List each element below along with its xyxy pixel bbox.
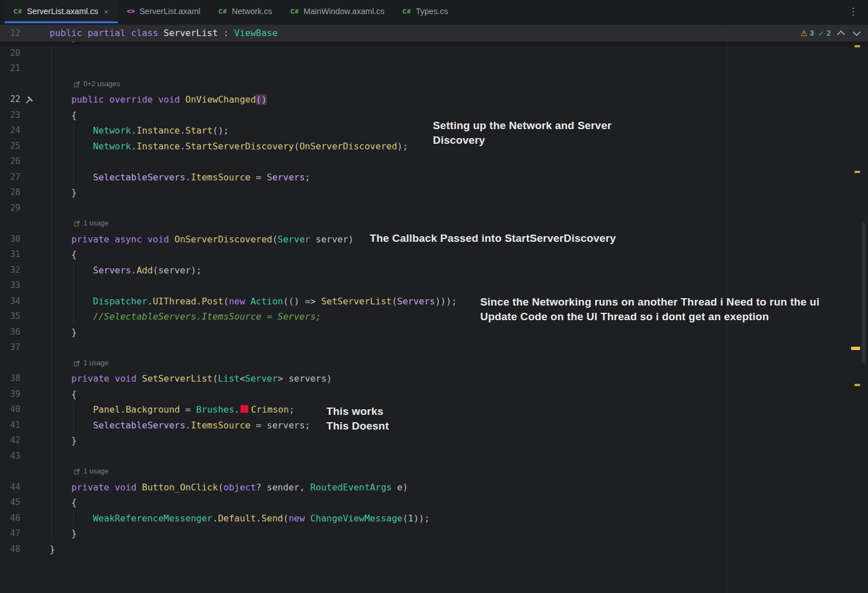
code-line[interactable]: 39 {	[0, 387, 868, 402]
warning-stripe-mark[interactable]	[854, 45, 860, 47]
line-number[interactable]: 32	[0, 263, 20, 278]
code-line[interactable]: 43	[0, 449, 868, 464]
tab-serverlist-axaml-cs[interactable]: C#ServerList.axaml.cs×	[5, 0, 118, 23]
tab-serverlist-axaml[interactable]: <>ServerList.axaml	[118, 0, 209, 23]
code-token: class	[131, 28, 164, 38]
code-token: Panel	[93, 404, 120, 415]
color-swatch-crimson[interactable]	[240, 405, 249, 413]
line-number[interactable]: 34	[0, 294, 20, 309]
code-line[interactable]: 27 SelectableServers.ItemsSource = Serve…	[0, 170, 868, 185]
line-number[interactable]: 35	[0, 309, 20, 325]
line-number[interactable]: 28	[0, 185, 20, 201]
code-line[interactable]: 46 WeakReferenceMessenger.Default.Send(n…	[0, 511, 868, 526]
code-token	[50, 513, 93, 524]
quick-fix-hammer-icon[interactable]	[25, 95, 34, 104]
code-text: {	[50, 495, 77, 511]
warning-stripe-mark[interactable]	[854, 384, 860, 386]
tab-types-cs[interactable]: C#Types.cs	[393, 0, 457, 23]
code-line[interactable]: 45 {	[0, 495, 868, 511]
code-token: new	[289, 513, 311, 524]
line-number[interactable]: 38	[0, 371, 20, 387]
warning-icon: ⚠	[800, 29, 808, 37]
code-line[interactable]: 22 public override void OnViewChanged()	[0, 92, 868, 108]
usages-inlay-hint[interactable]: 1 usage	[74, 218, 108, 229]
csharp-file-icon: C#	[402, 8, 411, 15]
warning-stripe-mark[interactable]	[854, 171, 860, 173]
code-line[interactable]: 48}	[0, 542, 868, 557]
line-number[interactable]: 47	[0, 526, 20, 542]
editor-tabs: C#ServerList.axaml.cs×<>ServerList.axaml…	[0, 0, 457, 23]
tab-mainwindow-axaml-cs[interactable]: C#MainWindow.axaml.cs	[281, 0, 393, 23]
line-number[interactable]: 39	[0, 387, 20, 402]
code-line[interactable]: 31 {	[0, 247, 868, 263]
line-number[interactable]: 30	[0, 232, 20, 247]
line-number[interactable]: 42	[0, 433, 20, 449]
code-token: new	[229, 296, 251, 307]
code-editor[interactable]: 19 }20210+2 usages22 public override voi…	[0, 23, 868, 593]
code-token: Start	[185, 125, 212, 136]
code-line[interactable]: 26	[0, 154, 868, 170]
code-token: >	[278, 373, 289, 384]
next-problem-button[interactable]	[851, 27, 862, 39]
line-number[interactable]: 43	[0, 449, 20, 464]
code-token: List	[218, 373, 240, 384]
code-token: )	[326, 373, 332, 384]
code-token: .	[120, 404, 126, 415]
code-text: {	[50, 247, 77, 263]
line-number[interactable]: 45	[0, 495, 20, 511]
line-number[interactable]: 27	[0, 170, 20, 185]
warning-stripe-mark[interactable]	[851, 347, 860, 350]
line-number[interactable]: 25	[0, 139, 20, 154]
line-number[interactable]: 44	[0, 480, 20, 495]
inspection-passed[interactable]: ✓ 2	[818, 25, 831, 42]
code-line[interactable]: 42 }	[0, 433, 868, 449]
code-line[interactable]: 33	[0, 278, 868, 294]
line-number[interactable]: 40	[0, 402, 20, 418]
line-number[interactable]: 26	[0, 154, 20, 170]
line-number[interactable]: 41	[0, 418, 20, 433]
code-line[interactable]: 32 Servers.Add(server);	[0, 263, 868, 278]
tab-network-cs[interactable]: C#Network.cs	[209, 0, 281, 23]
prev-problem-button[interactable]	[835, 27, 847, 39]
code-token: <	[240, 373, 245, 384]
usages-inlay-hint[interactable]: 1 usage	[74, 358, 108, 369]
code-line[interactable]: 21	[0, 61, 868, 77]
line-number[interactable]: 33	[0, 278, 20, 294]
usages-label: 0+2 usages	[83, 79, 120, 90]
usages-inlay-hint[interactable]: 0+2 usages	[74, 79, 120, 90]
code-token: private	[72, 373, 115, 384]
code-line[interactable]: 28 }	[0, 185, 868, 201]
tab-overflow-kebab-icon[interactable]: ⋮	[845, 0, 861, 23]
line-number[interactable]: 23	[0, 108, 20, 123]
code-line[interactable]: 41 SelectableServers.ItemsSource = serve…	[0, 418, 868, 433]
code-line[interactable]: 36 }	[0, 325, 868, 340]
code-token: override	[109, 94, 158, 105]
sticky-declaration-line[interactable]: 12 public partial class ServerList : Vie…	[0, 25, 868, 42]
scrollbar-thumb[interactable]	[862, 223, 866, 364]
usages-inlay-hint[interactable]: 1 usage	[74, 466, 108, 477]
scrollbar[interactable]	[851, 23, 868, 593]
inspection-warnings[interactable]: ⚠ 3	[800, 25, 814, 42]
line-number[interactable]: 46	[0, 511, 20, 526]
code-token: Button_OnClick	[142, 482, 218, 493]
code-text: SelectableServers.ItemsSource = servers;	[50, 418, 310, 433]
code-line[interactable]: 44 private void Button_OnClick(object? s…	[0, 480, 868, 495]
code-line[interactable]: 40 Panel.Background = Brushes.Crimson;	[0, 402, 868, 418]
code-line[interactable]: 29	[0, 201, 868, 216]
close-tab-icon[interactable]: ×	[104, 7, 109, 16]
code-line[interactable]: 38 private void SetServerList(List<Serve…	[0, 371, 868, 387]
code-token: Action	[250, 296, 283, 307]
code-line[interactable]: 37	[0, 340, 868, 356]
line-number[interactable]: 29	[0, 201, 20, 216]
line-number[interactable]: 36	[0, 325, 20, 340]
csharp-file-icon: C#	[14, 8, 23, 15]
code-token: private	[72, 234, 115, 245]
line-number[interactable]: 31	[0, 247, 20, 263]
code-line[interactable]: 20	[0, 46, 868, 61]
line-number[interactable]: 37	[0, 340, 20, 356]
inspections-widget: ⚠ 3 ✓ 2	[800, 25, 862, 42]
usages-label: 1 usage	[83, 466, 108, 477]
line-number[interactable]: 24	[0, 123, 20, 139]
code-line[interactable]: 47 }	[0, 526, 868, 542]
line-number[interactable]: 48	[0, 542, 20, 557]
